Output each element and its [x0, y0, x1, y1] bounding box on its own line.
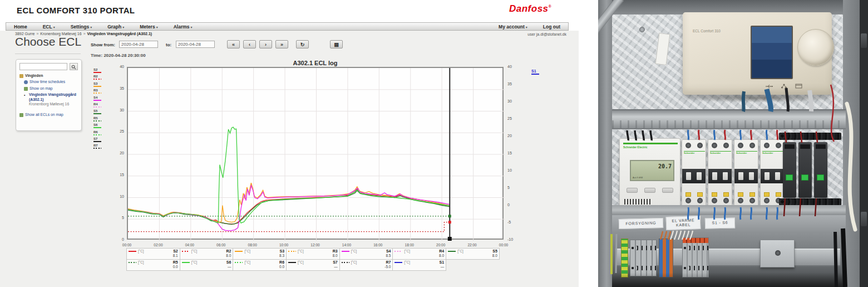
tree-item-show-time-schedules[interactable]: Show time schedules: [24, 80, 80, 84]
nav-item-my-account[interactable]: My account▾: [491, 24, 535, 30]
y-left-tick: 0: [111, 237, 124, 241]
x-axis-tick: 04:00: [181, 243, 199, 247]
nav-item-home[interactable]: Home: [6, 24, 35, 30]
wire: [751, 130, 751, 140]
series-current-value: —: [288, 265, 338, 269]
next-button[interactable]: ›: [259, 40, 272, 48]
x-axis-tick: 18:00: [401, 243, 418, 247]
series-label: R3: [333, 249, 338, 253]
refresh-button[interactable]: ↻: [296, 40, 309, 48]
unit-label: [°C]: [298, 260, 304, 264]
wire: [777, 207, 777, 220]
plot-area[interactable]: [127, 67, 504, 240]
legend-label: S4: [93, 96, 108, 99]
legend-cell-S3: [°C]S38.3: [233, 248, 287, 260]
ecl-tree: VingledenShow time schedulesShow on map•…: [19, 74, 80, 119]
heading-divider: [15, 53, 81, 54]
export-button[interactable]: ▤: [330, 40, 343, 48]
series-current-value: 0.0: [129, 265, 178, 269]
unit-label: [°C]: [457, 249, 463, 253]
legend-swatch: [93, 113, 101, 114]
series-value-table: [°C]S28.1[°C]R28.0[°C]S38.3[°C]R38.0[°C]…: [127, 249, 504, 271]
last-button[interactable]: »: [275, 40, 288, 48]
first-button[interactable]: «: [227, 40, 240, 48]
search-button[interactable]: [70, 63, 78, 70]
wire: [686, 231, 689, 240]
wire: [650, 130, 652, 140]
legend-cell-line1: [°C]S6: [182, 260, 231, 264]
wire: [635, 130, 636, 140]
series-label: R7: [386, 260, 391, 264]
search-icon: [71, 65, 76, 70]
legend-entry-R3: R3: [93, 89, 108, 94]
series-label: S5: [492, 249, 497, 253]
portal-title: ECL COMFORT 310 PORTAL: [17, 6, 135, 15]
nav-item-log-out[interactable]: Log out: [535, 24, 568, 30]
tree-item-vingleden[interactable]: Vingleden: [19, 74, 80, 78]
tree-item-address: Kronenborg Møllevej 16: [29, 102, 80, 106]
legend-swatch: [394, 251, 402, 252]
prev-button[interactable]: ‹: [243, 40, 256, 48]
legend-swatch: [182, 262, 190, 263]
wire: [674, 231, 677, 240]
y-right-tick: 10: [507, 168, 521, 172]
wire: [724, 207, 725, 220]
legend-swatch: [129, 251, 136, 252]
wire: [777, 130, 777, 140]
x-axis-tick: 20:00: [432, 243, 450, 247]
search-input[interactable]: [19, 63, 67, 70]
chart-title: A302.1 ECL log: [127, 60, 504, 66]
legend-cell-S7: [°C]S7—: [286, 259, 340, 271]
series-label: R4: [439, 249, 444, 253]
tree-item-show-all-ecls-on-map[interactable]: Show all ECLs on map: [19, 113, 80, 117]
nav-item-graph[interactable]: Graph▾: [100, 24, 132, 30]
series-label: R2: [226, 249, 231, 253]
legend-swatch: [129, 262, 136, 263]
date-to-input[interactable]: [176, 41, 215, 48]
legend-table-row: [°C]S28.1[°C]R28.0[°C]S38.3[°C]R38.0[°C]…: [127, 249, 504, 260]
wire: [714, 207, 714, 220]
legend-table-row: [°C]R50.0[°C]S6—[°C]R60.0[°C]S7—[°C]R7-5…: [127, 260, 504, 271]
legend-cell-S5: [°C]S58.0: [446, 248, 500, 260]
series-label: S6: [226, 260, 231, 264]
legend-swatch: [182, 251, 190, 252]
nav-item-meters[interactable]: Meters▾: [132, 24, 165, 30]
tree-item-show-on-map[interactable]: Show on map: [24, 86, 80, 91]
y-right-tick: 5: [507, 186, 521, 189]
series-current-value: 8.5: [342, 254, 391, 257]
cursor-axis-handle[interactable]: [448, 237, 452, 241]
legend-cell-line1: [°C]R6: [235, 260, 284, 264]
legend-cell-R6: [°C]R60.0: [233, 259, 287, 271]
legend-swatch: [288, 251, 296, 252]
unit-label: [°C]: [404, 260, 410, 264]
series-S6: [128, 127, 450, 223]
y-left-tick: 20: [111, 151, 124, 155]
show-from-label: Show from:: [91, 42, 115, 47]
wire: [660, 231, 663, 240]
legend-cell-R4: [°C]R48.0: [392, 248, 446, 260]
wire: [688, 130, 688, 140]
y-right-tick: 15: [507, 151, 521, 155]
nav-item-settings[interactable]: Settings▾: [63, 24, 100, 30]
legend-swatch: [93, 134, 101, 135]
screenshot-root: ECL COMFORT 310 PORTAL Danfoss® HomeECL▾…: [0, 0, 868, 287]
series-S3: [128, 183, 450, 222]
x-axis-tick: 00:00: [118, 243, 136, 247]
series-current-value: 8.0: [448, 254, 497, 257]
series-label: S3: [280, 249, 285, 253]
nav-item-alarms[interactable]: Alarms▾: [166, 24, 200, 30]
chevron-down-icon: ▾: [190, 26, 192, 29]
wire: [616, 234, 617, 273]
wire: [714, 130, 714, 140]
nav-left-group: HomeECL▾Settings▾Graph▾Meters▾Alarms▾: [6, 23, 200, 30]
legend-cell-empty: [446, 259, 500, 271]
x-axis-tick: 12:00: [307, 243, 324, 247]
nav-item-ecl[interactable]: ECL▾: [35, 24, 63, 30]
legend-swatch: [288, 262, 296, 263]
tree-item-ecl[interactable]: •Vingleden Vrangstrupgård (A302.1)Kronen…: [24, 93, 80, 106]
wire: [751, 207, 751, 220]
date-from-input[interactable]: [119, 41, 158, 48]
series-label: S2: [173, 249, 178, 253]
tree-item-label: Show on map: [29, 86, 53, 91]
legend-entry-S3: S3: [93, 82, 108, 87]
